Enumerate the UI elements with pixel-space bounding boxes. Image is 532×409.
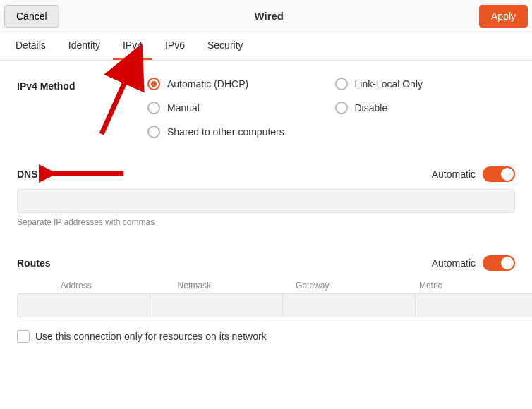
radio-label: Automatic (DHCP) bbox=[167, 78, 248, 90]
routes-row bbox=[17, 293, 515, 317]
tab-security[interactable]: Security bbox=[198, 32, 253, 60]
radio-link-local-only[interactable]: Link-Local Only bbox=[335, 78, 516, 90]
dns-title: DNS bbox=[17, 169, 38, 180]
cancel-button[interactable]: Cancel bbox=[4, 5, 59, 28]
radio-icon bbox=[335, 102, 348, 114]
radio-icon bbox=[147, 102, 160, 114]
routes-col-netmask: Netmask bbox=[135, 281, 254, 291]
radio-icon bbox=[147, 78, 160, 90]
radio-disable[interactable]: Disable bbox=[335, 102, 516, 114]
tab-ipv6[interactable]: IPv6 bbox=[155, 32, 195, 60]
route-gateway-input[interactable] bbox=[283, 293, 416, 317]
titlebar: Cancel Wired Apply bbox=[0, 0, 532, 32]
radio-label: Link-Local Only bbox=[355, 78, 423, 90]
routes-automatic-label: Automatic bbox=[432, 257, 476, 269]
routes-col-gateway: Gateway bbox=[253, 281, 372, 291]
tab-identity[interactable]: Identity bbox=[59, 32, 110, 60]
radio-label: Shared to other computers bbox=[167, 126, 284, 138]
route-netmask-input[interactable] bbox=[150, 293, 283, 317]
radio-manual[interactable]: Manual bbox=[147, 102, 328, 114]
only-for-resources-label: Use this connection only for resources o… bbox=[35, 331, 267, 342]
route-metric-input[interactable] bbox=[416, 293, 532, 317]
routes-title: Routes bbox=[17, 257, 50, 269]
route-address-input[interactable] bbox=[17, 293, 150, 317]
radio-automatic-dhcp[interactable]: Automatic (DHCP) bbox=[147, 78, 328, 90]
dns-section: DNS Automatic Separate IP addresses with… bbox=[17, 166, 515, 227]
radio-label: Manual bbox=[167, 102, 200, 114]
radio-icon bbox=[147, 126, 160, 138]
routes-col-address: Address bbox=[17, 281, 135, 291]
ipv4-method-label: IPv4 Method bbox=[17, 78, 147, 138]
tab-details[interactable]: Details bbox=[6, 32, 56, 60]
routes-section: Routes Automatic Address Netmask Gateway… bbox=[17, 255, 515, 343]
tab-bar: Details Identity IPv4 IPv6 Security bbox=[0, 32, 532, 61]
radio-shared[interactable]: Shared to other computers bbox=[147, 126, 328, 138]
tab-ipv4[interactable]: IPv4 bbox=[113, 32, 152, 60]
radio-icon bbox=[335, 78, 348, 90]
routes-automatic-toggle[interactable] bbox=[483, 255, 515, 271]
dns-automatic-toggle[interactable] bbox=[483, 166, 515, 182]
only-for-resources-checkbox[interactable] bbox=[17, 330, 30, 343]
apply-button[interactable]: Apply bbox=[479, 5, 528, 28]
radio-label: Disable bbox=[355, 102, 388, 114]
dns-automatic-label: Automatic bbox=[432, 169, 476, 180]
window-title: Wired bbox=[59, 10, 479, 22]
routes-col-metric: Metric bbox=[372, 281, 490, 291]
dns-input[interactable] bbox=[17, 189, 515, 213]
dns-hint: Separate IP addresses with commas bbox=[17, 217, 515, 227]
tab-panel-ipv4: IPv4 Method Automatic (DHCP) Link-Local … bbox=[0, 61, 532, 343]
